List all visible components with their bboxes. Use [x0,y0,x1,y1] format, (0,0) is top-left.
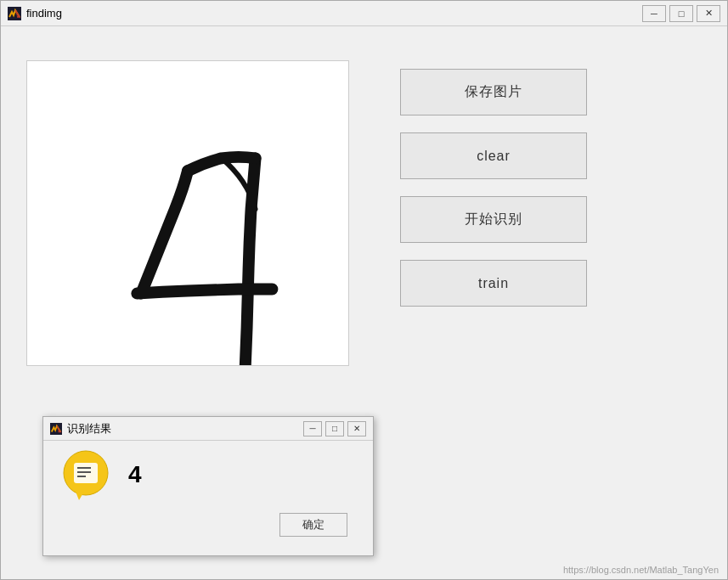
close-button[interactable]: ✕ [697,5,720,22]
sub-minimize-button[interactable]: ─ [303,421,322,436]
main-window-title: findimg [26,7,62,20]
result-row: 4 [60,449,356,500]
maximize-button[interactable]: □ [669,5,693,22]
recognition-result: 4 [128,461,142,488]
start-recognize-button[interactable]: 开始识别 [400,196,587,243]
matlab-icon [8,7,21,20]
main-content: 保存图片 clear 开始识别 train [1,43,727,383]
drawn-number-svg [27,61,348,365]
watermark: https://blog.csdn.net/Matlab_TangYen [563,565,719,575]
sub-title-left: 识别结果 [50,421,111,436]
title-bar-left: findimg [8,7,62,20]
sub-content: 4 确定 [43,441,373,545]
drawing-canvas[interactable] [26,60,349,366]
buttons-panel: 保存图片 clear 开始识别 train [400,69,587,366]
clear-button[interactable]: clear [400,132,587,179]
sub-title-bar: 识别结果 ─ □ ✕ [43,417,373,441]
speech-bubble-icon [60,449,111,500]
save-image-button[interactable]: 保存图片 [400,69,587,115]
train-button[interactable]: train [400,260,587,307]
svg-marker-3 [76,492,84,500]
sub-matlab-icon [50,423,62,435]
sub-title-controls: ─ □ ✕ [303,421,366,436]
minimize-button[interactable]: ─ [642,5,666,22]
sub-close-button[interactable]: ✕ [347,421,366,436]
main-title-controls: ─ □ ✕ [642,5,720,22]
confirm-button[interactable]: 确定 [279,513,347,537]
result-window: 识别结果 ─ □ ✕ [42,416,374,556]
sub-maximize-button[interactable]: □ [325,421,344,436]
sub-window-title: 识别结果 [67,421,111,436]
speech-bubble-svg [60,449,111,500]
main-title-bar: findimg ─ □ ✕ [1,1,727,26]
